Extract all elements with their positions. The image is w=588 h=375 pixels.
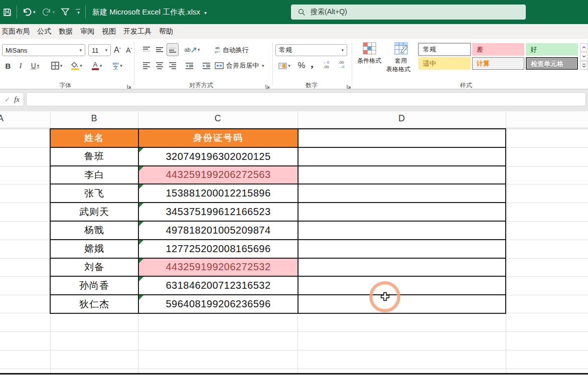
column-header-C[interactable]: C bbox=[138, 113, 298, 124]
wrap-text-button[interactable]: ab c↩ 自动换行 bbox=[215, 44, 249, 56]
empty-cell[interactable] bbox=[299, 148, 506, 166]
save-button[interactable] bbox=[0, 4, 15, 20]
format-as-table-button[interactable]: 套用 表格格式 ▾ bbox=[384, 42, 417, 74]
font-color-button[interactable]: A ▾ bbox=[88, 59, 105, 72]
chevron-down-icon[interactable]: ▾ bbox=[80, 64, 82, 68]
title-dropdown-icon[interactable]: ▾ bbox=[204, 10, 207, 16]
chevron-down-icon[interactable]: ▾ bbox=[369, 65, 371, 70]
name-cell[interactable]: 狄仁杰 bbox=[51, 295, 139, 314]
column-header-D[interactable]: D bbox=[298, 113, 506, 124]
bold-button[interactable]: B bbox=[3, 59, 13, 72]
orientation-button[interactable]: ab ▾ bbox=[183, 43, 202, 56]
name-cell[interactable]: 鲁班 bbox=[51, 148, 139, 166]
align-left-button[interactable] bbox=[140, 59, 153, 72]
ribbon-tab[interactable]: 公式 bbox=[37, 27, 59, 36]
chevron-down-icon[interactable]: ▾ bbox=[100, 64, 102, 68]
cell-style-option[interactable]: 适中 bbox=[418, 57, 471, 70]
formula-input[interactable] bbox=[26, 92, 586, 106]
align-middle-button[interactable] bbox=[154, 43, 166, 56]
cell-style-option[interactable]: 检查单元格 bbox=[526, 57, 578, 70]
empty-cell[interactable] bbox=[299, 166, 506, 185]
customize-quick-access-button[interactable]: ▾ bbox=[73, 4, 83, 20]
name-cell[interactable]: 嫦娥 bbox=[51, 240, 139, 259]
insert-function-icon[interactable]: fx bbox=[14, 95, 20, 104]
comma-style-button[interactable]: , bbox=[308, 57, 316, 70]
increase-decimal-button[interactable]: ←0 .00 bbox=[320, 60, 332, 69]
name-cell[interactable]: 刘备 bbox=[51, 259, 139, 277]
filter-button[interactable] bbox=[58, 4, 73, 20]
italic-button[interactable]: I bbox=[16, 59, 25, 72]
redo-button[interactable]: ▾ bbox=[39, 4, 58, 20]
phonetic-guide-button[interactable]: wén 文 ▾ bbox=[108, 59, 126, 72]
chevron-down-icon[interactable]: ▾ bbox=[198, 48, 200, 52]
decrease-indent-button[interactable] bbox=[183, 59, 196, 72]
conditional-formatting-button[interactable]: 条件格式 ▾ bbox=[354, 42, 384, 70]
borders-button[interactable]: ▾ bbox=[48, 59, 65, 72]
underline-button[interactable]: U▾ bbox=[27, 59, 43, 72]
id-cell[interactable]: 443259199206272532 bbox=[139, 259, 299, 277]
id-cell[interactable]: 127725202008165696 bbox=[139, 240, 299, 259]
gallery-scroll-up-button[interactable] bbox=[580, 43, 587, 52]
ribbon-tab[interactable]: 帮助 bbox=[159, 27, 181, 36]
font-size-combo[interactable]: 11 ▾ bbox=[88, 44, 111, 56]
percent-style-button[interactable]: % bbox=[296, 59, 307, 72]
enter-check-icon[interactable]: ✓ bbox=[5, 96, 10, 103]
id-cell[interactable]: 497818201005209874 bbox=[139, 222, 299, 240]
column-header-B[interactable]: B bbox=[50, 113, 138, 124]
shrink-font-button[interactable]: Aˇ bbox=[126, 44, 132, 56]
cell-style-option[interactable]: 差 bbox=[472, 43, 524, 56]
ribbon-tab[interactable]: 视图 bbox=[102, 27, 123, 36]
chevron-down-icon[interactable]: ▾ bbox=[37, 64, 40, 68]
number-format-combo[interactable]: 常规 ▾ bbox=[275, 44, 347, 56]
chevron-down-icon[interactable]: ▾ bbox=[288, 64, 290, 68]
empty-cell[interactable] bbox=[299, 277, 506, 295]
header-cell-name[interactable]: 姓名 bbox=[51, 129, 139, 148]
accounting-format-button[interactable]: ▾ bbox=[276, 59, 292, 72]
empty-cell[interactable] bbox=[299, 184, 506, 203]
ribbon-tab[interactable]: 开发工具 bbox=[123, 27, 159, 36]
undo-dropdown-icon[interactable]: ▾ bbox=[33, 10, 36, 15]
align-bottom-button[interactable] bbox=[167, 43, 179, 56]
chevron-down-icon[interactable]: ▾ bbox=[262, 64, 264, 68]
align-center-button[interactable] bbox=[154, 59, 166, 72]
cell-style-option[interactable]: 好 bbox=[526, 43, 578, 56]
grow-font-button[interactable]: Aˆ bbox=[114, 44, 121, 56]
align-top-button[interactable] bbox=[140, 43, 153, 56]
fill-color-button[interactable]: ▾ bbox=[68, 59, 85, 72]
ribbon-tab[interactable]: 数据 bbox=[59, 27, 80, 36]
name-cell[interactable]: 张飞 bbox=[51, 184, 139, 203]
chevron-down-icon[interactable]: ▾ bbox=[120, 64, 122, 68]
gallery-scroll-down-button[interactable] bbox=[580, 52, 587, 61]
redo-dropdown-icon[interactable]: ▾ bbox=[53, 10, 55, 15]
name-cell[interactable]: 杨戬 bbox=[51, 222, 139, 240]
decrease-decimal-button[interactable]: .00 →0 bbox=[335, 60, 347, 69]
empty-cell[interactable] bbox=[299, 259, 506, 277]
name-cell[interactable]: 李白 bbox=[51, 166, 139, 185]
empty-cell[interactable] bbox=[299, 295, 506, 314]
header-cell-empty[interactable] bbox=[299, 129, 506, 148]
empty-cell[interactable] bbox=[299, 240, 506, 259]
font-name-combo[interactable]: MiSans ▾ bbox=[2, 44, 85, 56]
id-cell[interactable]: 443259199206272563 bbox=[139, 166, 299, 185]
empty-cell[interactable] bbox=[299, 222, 506, 240]
gallery-more-button[interactable] bbox=[580, 61, 587, 70]
chevron-down-icon[interactable]: ▾ bbox=[413, 67, 415, 72]
name-cell[interactable]: 孙尚香 bbox=[51, 277, 139, 295]
undo-button[interactable]: ▾ bbox=[19, 4, 39, 20]
cell-style-option[interactable]: 计算 bbox=[472, 57, 524, 70]
ribbon-tab[interactable]: 审阅 bbox=[80, 27, 102, 36]
merge-center-button[interactable]: 合并后居中 ▾ bbox=[215, 59, 264, 72]
column-header-A[interactable]: A bbox=[0, 113, 5, 124]
id-cell[interactable]: 596408199206236596 bbox=[139, 295, 299, 314]
header-cell-id[interactable]: 身份证号码 bbox=[139, 129, 299, 148]
ribbon-tab[interactable]: 页面布局 bbox=[2, 27, 37, 36]
increase-indent-button[interactable] bbox=[200, 59, 213, 72]
empty-cell[interactable] bbox=[299, 203, 506, 222]
id-cell[interactable]: 153881200012215896 bbox=[139, 184, 299, 203]
chevron-down-icon[interactable]: ▾ bbox=[60, 64, 63, 68]
id-cell[interactable]: 631846200712316532 bbox=[139, 277, 299, 295]
align-right-button[interactable] bbox=[167, 59, 179, 72]
search-input[interactable]: 搜索(Alt+Q) bbox=[291, 5, 526, 20]
id-cell[interactable]: 345375199612166523 bbox=[139, 203, 299, 222]
cell-style-option[interactable]: 常规 bbox=[418, 43, 471, 56]
